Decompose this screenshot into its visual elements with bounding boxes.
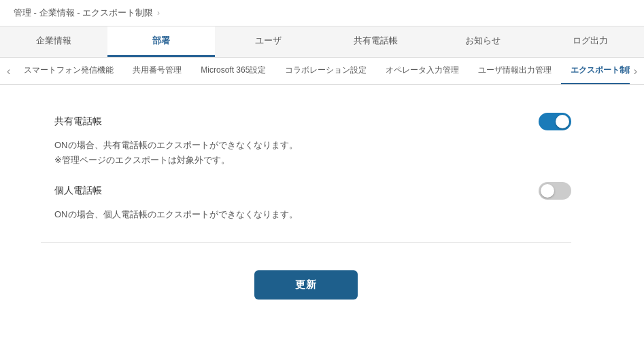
breadcrumb-chevron-icon: ›: [157, 8, 160, 18]
breadcrumb: 管理 - 企業情報 - エクスポート制限 ›: [0, 0, 644, 26]
main-tab-3[interactable]: 共有電話帳: [322, 26, 429, 57]
toggle-1[interactable]: [539, 182, 571, 200]
main-tab-1[interactable]: 部署: [107, 26, 215, 57]
setting-row-1: 個人電話帳: [41, 175, 571, 207]
sub-tabs-wrapper: ‹ スマートフォン発信機能共用番号管理Microsoft 365設定コラボレーシ…: [0, 58, 644, 85]
update-btn-wrapper: 更新: [41, 264, 571, 306]
main-tab-0[interactable]: 企業情報: [0, 26, 107, 57]
sub-tab-4[interactable]: オペレータ入力管理: [376, 58, 469, 84]
update-button[interactable]: 更新: [254, 270, 358, 300]
sub-tab-left-arrow[interactable]: ‹: [3, 65, 14, 77]
main-tab-5[interactable]: ログ出力: [537, 26, 644, 57]
sub-tab-2[interactable]: Microsoft 365設定: [191, 58, 275, 84]
toggle-0[interactable]: [539, 113, 571, 130]
sub-tab-5[interactable]: ユーザ情報出力管理: [469, 58, 561, 84]
toggle-track-0[interactable]: [539, 113, 571, 130]
sub-tabs-scroll: スマートフォン発信機能共用番号管理Microsoft 365設定コラボレーション…: [14, 58, 629, 84]
setting-label-1: 個人電話帳: [54, 185, 102, 197]
setting-label-0: 共有電話帳: [54, 115, 102, 128]
sub-tab-3[interactable]: コラボレーション設定: [275, 58, 376, 84]
sub-tab-1[interactable]: 共用番号管理: [123, 58, 191, 84]
main-tab-2[interactable]: ユーザ: [215, 26, 322, 57]
sub-tab-0[interactable]: スマートフォン発信機能: [14, 58, 123, 84]
breadcrumb-text: 管理 - 企業情報 - エクスポート制限: [14, 7, 153, 19]
toggle-track-1[interactable]: [539, 182, 571, 200]
sub-tab-right-arrow[interactable]: ›: [630, 65, 641, 77]
setting-desc-0: ONの場合、共有電話帳のエクスポートができなくなります。※管理ページのエクスポー…: [41, 138, 571, 175]
main-tab-4[interactable]: お知らせ: [429, 26, 537, 57]
content-area: 共有電話帳ONの場合、共有電話帳のエクスポートができなくなります。※管理ページの…: [0, 85, 612, 327]
setting-row-0: 共有電話帳: [41, 105, 571, 138]
setting-desc-1: ONの場合、個人電話帳のエクスポートができなくなります。: [41, 207, 571, 229]
toggle-knob-0: [556, 115, 569, 128]
divider: [41, 242, 571, 243]
sub-tab-6[interactable]: エクスポート制限: [561, 58, 629, 84]
toggle-knob-1: [541, 184, 554, 198]
main-tabs: 企業情報部署ユーザ共有電話帳お知らせログ出力: [0, 26, 644, 58]
